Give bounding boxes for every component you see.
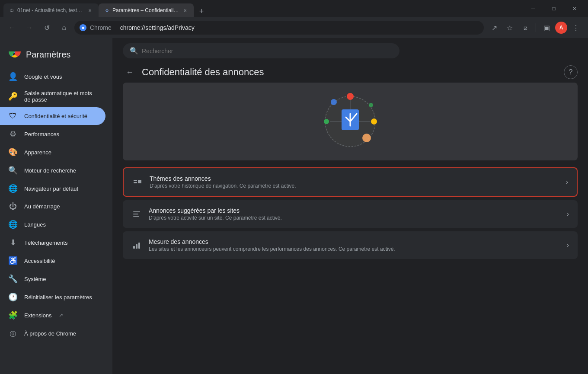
privacy-icon: 🛡 [9,112,17,121]
card-measurement-title: Mesure des annonces [149,238,560,245]
back-button[interactable]: ← [5,21,19,35]
search-engine-icon: 🔍 [9,166,17,175]
startup-icon: ⏻ [9,202,17,211]
svg-rect-20 [133,246,135,249]
close-button[interactable]: ✕ [565,2,585,16]
svg-rect-15 [134,182,137,183]
card-measurement[interactable]: Mesure des annonces Les sites et les ann… [123,231,578,259]
tab1-title: 01net - Actualité tech, tests pro... [17,7,84,13]
svg-rect-21 [136,244,137,249]
sidebar-item-extensions[interactable]: 🧩 Extensions ↗ [0,306,105,324]
accessibility-icon: ♿ [9,256,17,265]
address-brand: Chrome [90,24,112,31]
search-input[interactable] [142,48,393,54]
card-measurement-item[interactable]: Mesure des annonces Les sites et les ann… [123,231,578,259]
sidebar-item-accessibility[interactable]: ♿ Accessibilité [0,252,105,270]
suggested-chevron-icon: › [567,210,569,218]
sidebar-item-default-browser[interactable]: 🌐 Navigateur par défaut [0,179,105,198]
sidebar-item-privacy[interactable]: 🛡 Confidentialité et sécurité [0,107,105,125]
navbar-actions: ↗ ☆ ⧄ ▣ A ⋮ [487,21,583,35]
address-url: chrome://settings/adPrivacy [120,24,195,31]
measurement-chevron-icon: › [567,241,569,249]
content-area: 🔍 ← Confidentialité des annonces ? [112,38,588,374]
default-browser-icon: 🌐 [9,184,17,193]
new-tab-button[interactable]: + [195,5,208,17]
card-suggested-item[interactable]: Annonces suggérées par les sites D'après… [123,200,578,228]
address-favicon: ● [80,24,86,31]
themes-icon [132,177,143,187]
card-measurement-text: Mesure des annonces Les sites et les ann… [149,238,560,252]
extensions-button[interactable]: ⧄ [518,21,532,35]
bookmark-button[interactable]: ☆ [503,21,517,35]
appearance-icon: 🎨 [9,147,17,157]
sidebar-item-google[interactable]: 👤 Google et vous [0,67,105,86]
sidebar-item-appearance[interactable]: 🎨 Apparence [0,143,105,161]
svg-point-5 [347,93,354,100]
profile-button[interactable]: A [555,22,567,34]
svg-point-9 [331,99,337,105]
about-icon: ◎ [9,329,17,338]
search-bar[interactable]: 🔍 [123,43,399,58]
minimize-button[interactable]: ─ [523,2,543,16]
card-suggested[interactable]: Annonces suggérées par les sites D'après… [123,200,578,228]
themes-chevron-icon: › [566,178,568,186]
sidebar-item-startup[interactable]: ⏻ Au démarrage [0,198,105,215]
card-themes-subtitle: D'après votre historique de navigation. … [150,183,559,189]
tab-1[interactable]: ① 01net - Actualité tech, tests pro... ✕ [3,3,99,17]
autofill-icon: 🔑 [9,92,17,101]
sidebar-header: Paramètres [0,45,112,67]
extensions-sidebar-icon: 🧩 [9,310,17,320]
help-icon: ? [569,68,573,76]
card-themes[interactable]: Thèmes des annonces D'après votre histor… [123,167,578,197]
search-icon: 🔍 [130,47,138,55]
reset-icon: 🕐 [9,292,17,302]
window-controls: ─ □ ✕ [523,2,585,16]
card-themes-text: Thèmes des annonces D'après votre histor… [150,175,559,189]
sidebar-item-languages[interactable]: 🌐 Langues [0,215,105,233]
hero-section [123,83,578,160]
sidebar-item-autofill[interactable]: 🔑 Saisie automatique et mots de passe [0,86,105,107]
svg-rect-22 [138,243,140,249]
card-suggested-title: Annonces suggérées par les sites [149,207,560,214]
home-button[interactable]: ⌂ [57,21,71,35]
sidebar-item-about[interactable]: ◎ À propos de Chrome [0,324,105,342]
forward-button[interactable]: → [22,21,36,35]
address-bar[interactable]: ● Chrome chrome://settings/adPrivacy [74,21,484,35]
tab-2[interactable]: ⚙ Paramètres – Confidentialité de... ✕ [99,3,194,17]
languages-icon: 🌐 [9,220,17,229]
sidebar-title: Paramètres [26,50,70,60]
search-section: 🔍 [112,38,588,58]
sidebar-item-system[interactable]: 🔧 Système [0,270,105,288]
page-title: Confidentialité des annonces [142,67,559,78]
sidebar-item-search[interactable]: 🔍 Moteur de recherche [0,161,105,179]
sidebar-item-downloads[interactable]: ⬇ Téléchargements [0,233,105,252]
back-button[interactable]: ← [123,65,137,79]
reload-button[interactable]: ↺ [40,21,54,35]
chrome-logo-icon [9,48,21,61]
card-suggested-text: Annonces suggérées par les sites D'après… [149,207,560,221]
svg-point-7 [324,119,329,124]
menu-button[interactable]: ⋮ [569,21,583,35]
titlebar: ① 01net - Actualité tech, tests pro... ✕… [0,0,588,17]
performance-icon: ⚙ [9,129,17,139]
measurement-icon [131,240,142,250]
sidebar-item-reset[interactable]: 🕐 Réinitialiser les paramètres [0,288,105,306]
tab2-close-icon[interactable]: ✕ [182,7,189,14]
help-button[interactable]: ? [564,65,578,79]
downloads-icon: ⬇ [9,238,17,247]
maximize-button[interactable]: □ [544,2,564,16]
card-measurement-subtitle: Les sites et les annonceurs peuvent comp… [149,246,560,252]
share-button[interactable]: ↗ [487,21,501,35]
svg-point-6 [371,118,377,125]
tab1-favicon: ① [9,7,15,13]
card-themes-item[interactable]: Thèmes des annonces D'après votre histor… [124,168,577,196]
chrome-logo-icon: ● [82,25,85,30]
tab-bar: ① 01net - Actualité tech, tests pro... ✕… [3,0,520,17]
svg-point-8 [362,134,371,142]
navbar-separator [536,23,536,32]
navbar: ← → ↺ ⌂ ● Chrome chrome://settings/adPri… [0,17,588,38]
sidebar-item-performance[interactable]: ⚙ Performances [0,125,105,143]
tab1-close-icon[interactable]: ✕ [86,7,93,14]
card-themes-title: Thèmes des annonces [150,175,559,182]
sidebar-button[interactable]: ▣ [540,21,553,35]
